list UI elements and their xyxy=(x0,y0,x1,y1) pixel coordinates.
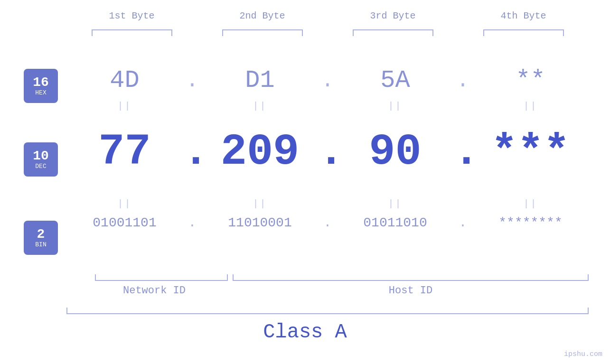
bin-dot3: . xyxy=(453,215,472,230)
hex-badge-label: HEX xyxy=(35,89,46,96)
bin-dot2: . xyxy=(318,215,337,230)
watermark: ipshu.com xyxy=(564,350,602,358)
bin-badge-number: 2 xyxy=(37,228,45,241)
hex-dot2: . xyxy=(318,69,337,93)
dec-badge-label: DEC xyxy=(35,163,46,170)
hex-b1: 4D xyxy=(66,66,183,94)
hex-dot3: . xyxy=(453,69,472,93)
hex-b4: ** xyxy=(472,66,589,94)
bracket-1 xyxy=(92,29,172,36)
host-bracket xyxy=(233,274,589,281)
hex-badge-number: 16 xyxy=(33,76,49,89)
bin-dot1: . xyxy=(183,215,202,230)
hex-row: 4D . D1 . 5A . ** xyxy=(66,66,589,94)
dec-dot3: . xyxy=(453,127,472,177)
dec-b1: 77 xyxy=(66,127,183,177)
bracket-4 xyxy=(483,29,564,36)
bin-b2: 11010001 xyxy=(202,215,318,230)
eq1-b3: || xyxy=(337,101,453,112)
bracket-3 xyxy=(353,29,433,36)
eq2-b2: || xyxy=(202,198,318,209)
eq2-b4: || xyxy=(472,198,589,209)
dec-dot2: . xyxy=(318,127,337,177)
eq1-b2: || xyxy=(202,101,318,112)
eq2-b1: || xyxy=(66,198,183,209)
top-brackets xyxy=(66,29,589,36)
dec-badge-number: 10 xyxy=(33,149,49,163)
byte2-header: 2nd Byte xyxy=(197,10,328,21)
main-container: 1st Byte 2nd Byte 3rd Byte 4th Byte 16 H… xyxy=(0,0,610,364)
dec-b3: 90 xyxy=(337,127,453,177)
byte-headers: 1st Byte 2nd Byte 3rd Byte 4th Byte xyxy=(66,10,589,21)
dec-row: 77 . 209 . 90 . *** xyxy=(66,127,589,177)
eq1-b4: || xyxy=(472,101,589,112)
bin-b4: ******** xyxy=(472,215,589,230)
bracket-2 xyxy=(222,29,303,36)
host-id-label: Host ID xyxy=(233,285,589,297)
dec-b4: *** xyxy=(472,127,589,177)
bin-b3: 01011010 xyxy=(337,215,453,230)
eq-row-2: || || || || xyxy=(66,198,589,209)
hex-b2: D1 xyxy=(202,66,318,94)
eq1-b1: || xyxy=(66,101,183,112)
network-bracket xyxy=(95,274,228,281)
hex-badge: 16 HEX xyxy=(24,69,58,103)
bin-badge: 2 BIN xyxy=(24,221,58,255)
bin-b1: 01001101 xyxy=(66,215,183,230)
network-id-label: Network ID xyxy=(66,285,242,297)
full-bottom-bracket xyxy=(66,308,589,314)
class-label: Class A xyxy=(0,321,610,344)
byte4-header: 4th Byte xyxy=(458,10,589,21)
eq2-b3: || xyxy=(337,198,453,209)
bin-badge-label: BIN xyxy=(35,241,46,248)
hex-b3: 5A xyxy=(337,66,453,94)
byte1-header: 1st Byte xyxy=(66,10,197,21)
hex-dot1: . xyxy=(183,69,202,93)
byte3-header: 3rd Byte xyxy=(328,10,458,21)
bin-row: 01001101 . 11010001 . 01011010 . *******… xyxy=(66,215,589,230)
dec-dot1: . xyxy=(183,127,202,177)
eq-row-1: || || || || xyxy=(66,101,589,112)
dec-b2: 209 xyxy=(202,127,318,177)
dec-badge: 10 DEC xyxy=(24,142,58,177)
